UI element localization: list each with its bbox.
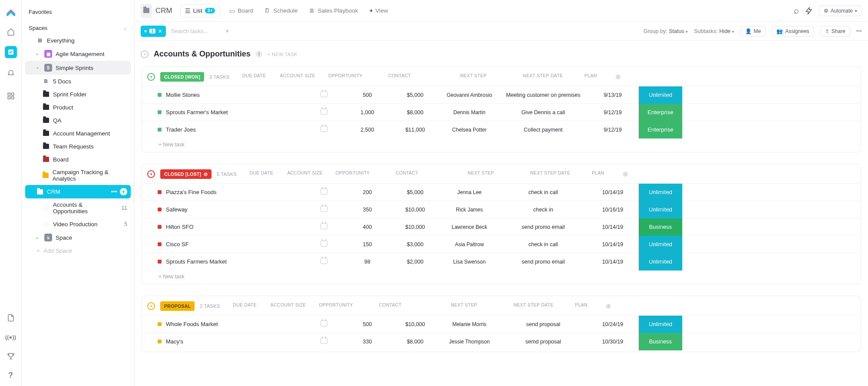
tab-playbook[interactable]: 🗎Sales Playbook [307,5,360,16]
collapse-icon[interactable]: ▾ [147,73,155,81]
status-dot[interactable] [158,110,162,114]
contact-cell[interactable]: Rick James [439,207,500,213]
spaces-header[interactable]: Spaces ⌕ [25,22,131,34]
col-nsdate[interactable]: NEXT STEP DATE [517,72,569,82]
me-button[interactable]: 👤Me [740,26,766,36]
task-row[interactable]: Macy's 330 $8,000 Jessie Thompson semd p… [142,333,861,350]
col-opp[interactable]: OPPORTUNITY [321,72,369,82]
app-logo[interactable] [6,7,16,17]
plan-cell[interactable]: Unlimited [639,91,682,99]
task-row[interactable]: Trader Joes 2,500 $11,000 Chelsea Potter… [142,121,861,138]
acct-cell[interactable]: 330 [343,339,391,345]
acct-cell[interactable]: 350 [343,207,391,213]
col-plan[interactable]: PLAN [569,72,612,82]
automate-button[interactable]: ⚙Automate▾ [819,6,862,16]
nextstep-cell[interactable]: Give Dennis a call [500,109,587,115]
sidebar-item-docs[interactable]: 🗎 5 Docs [25,75,131,88]
col-contact[interactable]: CONTACT [369,72,430,82]
due-date-cell[interactable] [304,320,343,328]
sidebar-item-agile[interactable]: ▸ ▦ Agile Management [25,47,131,61]
sidebar-item-folder[interactable]: Product [25,101,131,114]
sidebar-item-space[interactable]: ▸ s Space [25,231,131,244]
col-plan[interactable]: PLAN [576,169,620,179]
nsdate-cell[interactable]: 10/14/19 [587,189,639,195]
trophy-icon[interactable] [6,351,16,361]
status-dot[interactable] [158,260,162,264]
nsdate-cell[interactable]: 10/24/19 [587,321,639,327]
task-row[interactable]: Whole Foods Market 500 $10,000 Melanie M… [142,315,861,333]
status-label[interactable]: CLOSED [WON] [160,72,204,82]
nextstep-cell[interactable]: check in [500,207,587,213]
acct-cell[interactable]: 1,000 [343,109,391,115]
col-due[interactable]: DUE DATE [225,301,264,311]
due-date-cell[interactable] [304,188,343,196]
due-date-cell[interactable] [304,258,343,265]
plan-cell[interactable]: Unlimited [639,205,682,214]
col-nsdate[interactable]: NEXT STEP DATE [508,301,560,311]
nextstep-cell[interactable]: send promo email [500,224,587,230]
sidebar-item-list[interactable]: ◌Accounts & Opportunities11 [25,198,131,218]
acct-cell[interactable]: 2,500 [343,127,391,133]
nextstep-cell[interactable]: Collect payment [500,127,587,133]
plan-cell[interactable]: Unlimited [639,188,682,197]
task-row[interactable]: Sprouts Farmer's Market 1,000 $8,000 Den… [142,103,861,121]
opp-cell[interactable]: $8,000 [391,339,439,345]
search-icon[interactable]: ⌕ [124,25,127,31]
group-by-toggle[interactable]: Group by: Status ▾ [644,28,688,34]
col-acct[interactable]: ACCOUNT SIZE [264,301,312,311]
search-input[interactable] [171,28,223,34]
nsdate-cell[interactable]: 9/12/19 [587,109,639,115]
task-row[interactable]: Piazza's Fine Foods 200 $5,000 Jenna Lee… [142,183,861,201]
nsdate-cell[interactable]: 10/16/19 [587,207,639,213]
status-dot[interactable] [158,190,162,194]
list-count-badge[interactable]: 3 [205,8,215,13]
task-row[interactable]: Hilton SFO 400 $10,000 Lawrence Beck sen… [142,218,861,235]
nextstep-cell[interactable]: check in call [500,189,587,195]
sidebar-item-folder[interactable]: Campaign Tracking & Analytics [25,166,131,185]
more-icon[interactable]: ••• [111,188,117,195]
col-contact[interactable]: CONTACT [376,169,437,179]
add-column-button[interactable]: ⊕ [603,301,614,311]
contact-cell[interactable]: Melanie Morris [439,321,500,327]
search-icon[interactable]: ⌕ [794,6,799,16]
chevron-down-icon[interactable]: ▾ [226,28,229,34]
add-space-button[interactable]: + Add Space [25,244,131,257]
due-date-cell[interactable] [304,223,343,231]
acct-cell[interactable]: 200 [343,189,391,195]
assignees-button[interactable]: 👥Assignees [772,26,814,36]
new-task-button[interactable]: + NEW TASK [267,52,297,57]
filter-chip[interactable]: ▾ 1 ✕ [141,26,166,37]
col-nextstep[interactable]: NEXT STEP [437,169,524,179]
contact-cell[interactable]: Geovanni Ambrosio [439,92,500,98]
more-icon[interactable]: ••• [856,28,862,34]
due-date-cell[interactable] [304,338,343,345]
nsdate-cell[interactable]: 9/12/19 [587,127,639,133]
favorites-header[interactable]: Favorites [25,6,131,18]
col-nsdate[interactable]: NEXT STEP DATE [524,169,576,179]
collapse-icon[interactable]: ▾ [147,170,155,178]
nextstep-cell[interactable]: check in call [500,241,587,247]
col-nextstep[interactable]: NEXT STEP [421,301,508,311]
due-date-cell[interactable] [304,91,343,99]
doc-icon[interactable] [6,313,16,323]
nsdate-cell[interactable]: 9/13/19 [587,92,639,98]
opp-cell[interactable]: $8,000 [391,109,439,115]
task-row[interactable]: Sprouts Farmers Market 98 $2,000 Lisa Sw… [142,253,861,270]
plan-cell[interactable]: Business [639,337,682,346]
contact-cell[interactable]: Chelsea Potter [439,127,500,133]
due-date-cell[interactable] [304,241,343,248]
col-opp[interactable]: OPPORTUNITY [312,301,360,311]
acct-cell[interactable]: 98 [343,259,391,265]
sidebar-item-folder[interactable]: Board [25,153,131,166]
contact-cell[interactable]: Dennis Martin [439,109,500,115]
col-opp[interactable]: OPPORTUNITY [329,169,376,179]
add-icon[interactable]: + [120,188,127,195]
col-due[interactable]: DUE DATE [242,169,281,179]
home-icon[interactable] [6,27,16,36]
sidebar-item-folder[interactable]: QA [25,114,131,127]
task-row[interactable]: Safeway 350 $10,000 Rick James check in … [142,201,861,218]
acct-cell[interactable]: 500 [343,92,391,98]
sidebar-item-folder[interactable]: Account Management [25,127,131,140]
new-task-row[interactable]: + New task [142,270,861,282]
contact-cell[interactable]: Lisa Swenson [439,259,500,265]
